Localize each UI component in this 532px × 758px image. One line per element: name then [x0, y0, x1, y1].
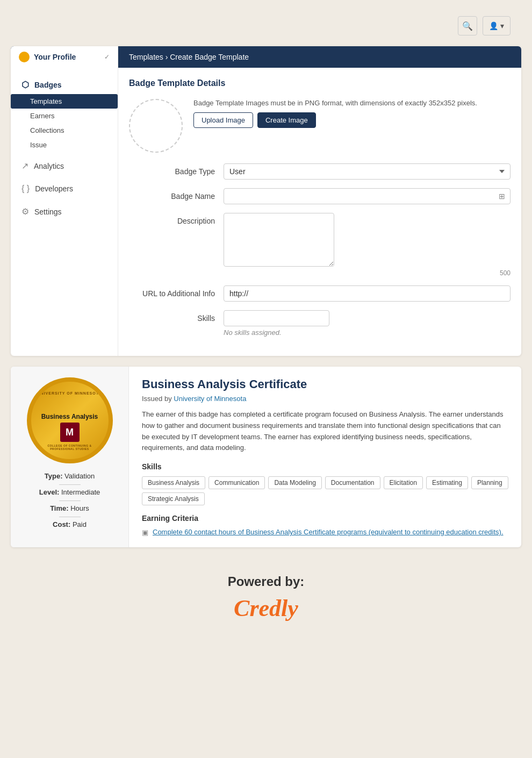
sidebar-developers-label: Developers	[35, 184, 73, 193]
breadcrumb: Templates › Create Badge Template	[118, 46, 260, 68]
analytics-icon: ↗	[21, 161, 28, 171]
sidebar-badges-section: ⬡ Badges Templates Earners Collections I…	[11, 73, 118, 154]
powered-by-section: Powered by: Credly	[11, 558, 521, 643]
url-label: URL to Additional Info	[129, 285, 215, 298]
search-button[interactable]: 🔍	[458, 16, 477, 35]
badge-image-placeholder	[129, 99, 183, 153]
profile-avatar-dot	[19, 52, 30, 62]
description-row: Description 500	[129, 213, 511, 277]
earning-criteria-link[interactable]: Complete 60 contact hours of Business An…	[153, 528, 504, 536]
badge-name-label: Badge Name	[129, 188, 215, 201]
showcase-skills-title: Skills	[142, 462, 508, 471]
sidebar-sub-item-earners[interactable]: Earners	[11, 109, 118, 123]
upload-image-button[interactable]: Upload Image	[193, 112, 253, 128]
user-menu-button[interactable]: 👤 ▾	[483, 16, 511, 35]
developers-icon: { }	[21, 184, 30, 194]
credly-logo: Credly	[21, 595, 511, 622]
no-skills-text: No skills assigned.	[224, 328, 511, 337]
skill-tag: Communication	[209, 476, 265, 489]
badge-time-meta: Time: Hours	[19, 504, 120, 512]
profile-chevron-icon: ✓	[104, 53, 110, 61]
sidebar-analytics-label: Analytics	[34, 162, 64, 170]
badge-bottom-arc: COLLEGE OF CONTINUING & PROFESSIONAL STU…	[31, 444, 109, 450]
main-header: Your Profile ✓ Templates › Create Badge …	[11, 46, 521, 68]
badge-logo: M	[60, 423, 80, 442]
issued-by-link[interactable]: University of Minnesota	[174, 395, 246, 403]
image-buttons: Upload Image Create Image	[193, 112, 511, 128]
content-layout: ⬡ Badges Templates Earners Collections I…	[11, 68, 521, 356]
badge-image-row: Badge Template Images must be in PNG for…	[129, 99, 511, 153]
sidebar-sub-item-issue[interactable]: Issue	[11, 138, 118, 152]
badge-name-icon: ⊞	[499, 192, 505, 201]
skills-wrapper: No skills assigned.	[224, 310, 511, 337]
form-section-title: Badge Template Details	[129, 78, 511, 88]
badge-type-label: Badge Type	[129, 163, 215, 176]
sidebar-item-settings[interactable]: ⚙ Settings	[11, 202, 118, 221]
badge-name-row: Badge Name ⊞	[129, 188, 511, 204]
badge-main-title: Business Analysis	[36, 413, 104, 420]
skills-label: Skills	[129, 310, 215, 323]
sidebar-sub-item-templates[interactable]: Templates	[11, 94, 118, 109]
badge-name-input-wrapper: ⊞	[224, 188, 511, 204]
profile-section[interactable]: Your Profile ✓	[11, 46, 118, 68]
image-format-info: Badge Template Images must be in PNG for…	[193, 99, 511, 107]
sidebar-item-analytics[interactable]: ↗ Analytics	[11, 156, 118, 175]
skill-tag: Data Modeling	[268, 476, 321, 489]
main-form-content: Badge Template Details Badge Template Im…	[118, 68, 521, 356]
badges-icon: ⬡	[21, 80, 29, 90]
badge-info-panel: Business Analysis Certificate Issued by …	[129, 367, 521, 547]
sidebar-sub-item-collections[interactable]: Collections	[11, 123, 118, 138]
skill-tag: Documentation	[325, 476, 380, 489]
powered-by-label: Powered by:	[21, 574, 511, 589]
top-navigation: 🔍 👤 ▾	[11, 11, 521, 41]
badge-circle: UNIVERSITY OF MINNESOTA Business Analysi…	[27, 377, 113, 463]
badge-type-select[interactable]: User	[224, 163, 511, 180]
sidebar-settings-section: ⚙ Settings	[11, 200, 118, 223]
sidebar-developers-section: { } Developers	[11, 177, 118, 200]
badge-name-input[interactable]	[224, 188, 511, 204]
sidebar: ⬡ Badges Templates Earners Collections I…	[11, 68, 118, 356]
badge-cost-meta: Cost: Paid	[19, 520, 120, 528]
sidebar-settings-label: Settings	[34, 208, 62, 216]
nav-icons: 🔍 👤 ▾	[458, 16, 511, 35]
criteria-icon: ▣	[142, 528, 148, 537]
badge-meta: Type: Validation Level: Intermediate Tim…	[19, 472, 120, 533]
meta-divider-3	[59, 517, 81, 517]
earning-criteria-title: Earning Criteria	[142, 514, 508, 523]
sidebar-item-developers[interactable]: { } Developers	[11, 180, 118, 198]
description-wrapper: 500	[224, 213, 511, 277]
earning-criteria-item: ▣ Complete 60 contact hours of Business …	[142, 528, 508, 537]
char-count: 500	[224, 269, 511, 277]
badge-type-row: Badge Type User	[129, 163, 511, 180]
skills-input[interactable]	[224, 310, 329, 326]
sidebar-analytics-section: ↗ Analytics	[11, 154, 118, 177]
badge-cert-title: Business Analysis Certificate	[142, 377, 508, 391]
description-label: Description	[129, 213, 215, 225]
main-card: Your Profile ✓ Templates › Create Badge …	[11, 46, 521, 356]
badge-type-meta: Type: Validation	[19, 472, 120, 480]
search-icon: 🔍	[462, 21, 473, 31]
url-input[interactable]	[224, 285, 511, 302]
badge-showcase: UNIVERSITY OF MINNESOTA Business Analysi…	[11, 367, 521, 547]
badge-image-info: Badge Template Images must be in PNG for…	[193, 99, 511, 128]
user-chevron-icon: ▾	[500, 22, 504, 30]
skill-tag: Planning	[471, 476, 508, 489]
badge-arc-text: UNIVERSITY OF MINNESOTA	[31, 391, 109, 395]
skill-tag: Business Analysis	[142, 476, 205, 489]
url-row: URL to Additional Info	[129, 285, 511, 302]
description-textarea[interactable]	[224, 213, 334, 267]
badge-level-meta: Level: Intermediate	[19, 488, 120, 496]
skills-row: Skills No skills assigned.	[129, 310, 511, 337]
create-image-button[interactable]: Create Image	[257, 112, 316, 128]
meta-divider-1	[59, 484, 81, 485]
sidebar-item-badges[interactable]: ⬡ Badges	[11, 75, 118, 94]
skill-tag: Elicitation	[384, 476, 423, 489]
badge-issued-by: Issued by University of Minnesota	[142, 395, 508, 403]
skills-tags-container: Business AnalysisCommunicationData Model…	[142, 476, 508, 505]
sidebar-badges-label: Badges	[34, 81, 62, 89]
user-icon: 👤	[489, 22, 498, 30]
badge-description: The earner of this badge has completed a…	[142, 409, 508, 454]
skill-tag: Strategic Analysis	[142, 492, 205, 505]
meta-divider-2	[59, 500, 81, 501]
settings-icon: ⚙	[21, 206, 29, 217]
